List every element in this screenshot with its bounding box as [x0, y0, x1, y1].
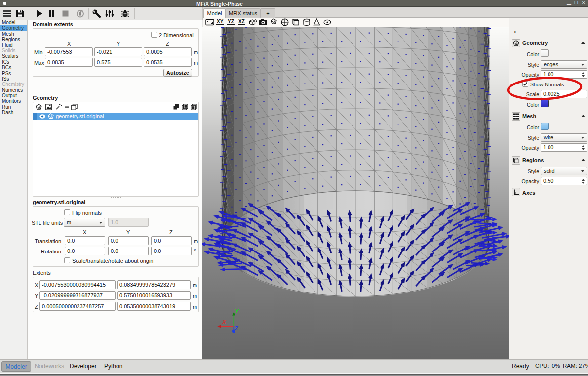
svg-text:Z: Z	[235, 325, 239, 331]
svg-text:X: X	[222, 319, 226, 325]
